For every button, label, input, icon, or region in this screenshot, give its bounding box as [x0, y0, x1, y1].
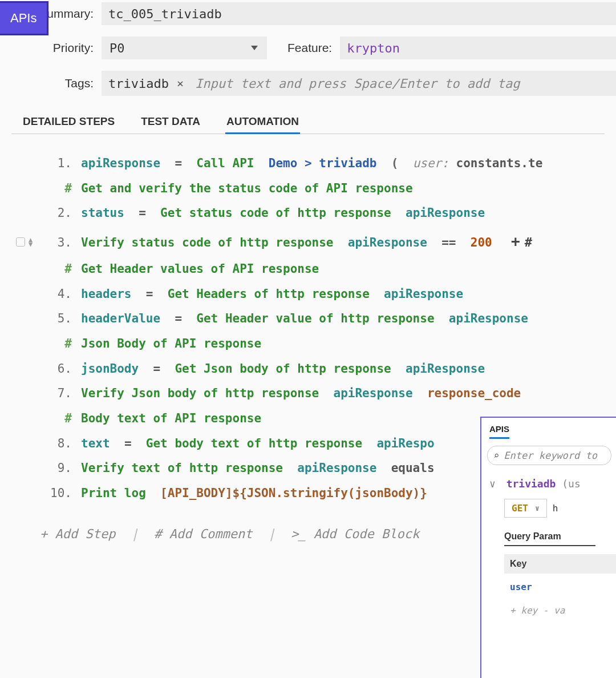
add-comment-button[interactable]: # Add Comment	[154, 527, 252, 541]
form-area: Summary: Priority: P0 Feature: Tags: tri…	[0, 0, 616, 96]
url-input-fragment[interactable]: h	[553, 503, 558, 514]
variable: status	[81, 201, 124, 226]
comment-text: Body text of API response	[81, 406, 261, 431]
add-step-button[interactable]: + Add Step	[40, 527, 115, 541]
call: Get Headers of http response	[168, 282, 370, 307]
ref: apiResponse	[406, 357, 485, 382]
line-number: 9.	[40, 456, 81, 481]
ref: apiResponse	[449, 306, 528, 332]
http-method-select[interactable]: GET ∨	[504, 499, 547, 518]
equals: =	[175, 306, 182, 332]
ref: apiResponse	[384, 282, 463, 307]
ref: apiRespo	[376, 431, 434, 457]
call: Call API	[196, 151, 254, 176]
comment-1[interactable]: # Get and verify the status code of API …	[6, 176, 610, 201]
api-tree-item-suffix: (us	[562, 478, 581, 490]
tab-detailed-steps[interactable]: DETAILED STEPS	[22, 112, 116, 134]
compare: equals	[391, 456, 435, 481]
chevron-down-icon: ∨	[535, 504, 540, 512]
comment-text: Json Body of API response	[81, 332, 261, 357]
number: 200	[471, 231, 492, 256]
arg-name: user:	[413, 151, 449, 176]
equals: =	[124, 431, 132, 457]
call: Print log	[81, 481, 146, 506]
tab-test-data[interactable]: TEST DATA	[140, 112, 201, 134]
feature-label: Feature:	[287, 41, 340, 55]
apis-panel-tab[interactable]: APIS	[489, 424, 509, 439]
feature-input[interactable]	[340, 37, 616, 59]
json-key: response_code	[427, 381, 521, 406]
call: Verify status code of http response	[81, 231, 334, 256]
add-query-param-button[interactable]: + key - va	[504, 603, 616, 618]
query-param-tab[interactable]: Query Param	[504, 531, 595, 546]
kv-header-key: Key	[504, 554, 616, 574]
call: Get body text of http response	[146, 431, 362, 457]
call: Get Json body of http response	[175, 357, 391, 382]
query-param-key[interactable]: user	[504, 579, 616, 595]
arg-value: constants.te	[456, 151, 543, 176]
hash-icon: #	[40, 406, 81, 431]
comment-text: Get Header values of API response	[81, 257, 319, 282]
apis-badge[interactable]: APIs	[0, 1, 48, 35]
hash-icon[interactable]: #	[525, 229, 532, 256]
priority-select[interactable]: P0	[102, 37, 267, 59]
tag-remove-icon[interactable]: ×	[177, 76, 184, 90]
chevron-down-icon	[251, 46, 258, 50]
tags-placeholder: Input text and press Space/Enter to add …	[195, 76, 609, 91]
line-number: 8.	[40, 431, 81, 457]
paren: (	[391, 151, 399, 176]
comment-2[interactable]: # Get Header values of API response	[6, 257, 610, 282]
summary-input[interactable]	[102, 2, 616, 25]
variable: headers	[81, 282, 132, 307]
search-icon: ⌕	[493, 450, 499, 461]
api-tree-item[interactable]: triviadb	[506, 478, 556, 490]
reorder-icon[interactable]: ▲▼	[29, 237, 33, 247]
tag-chip: triviadb	[108, 76, 169, 91]
step-6[interactable]: 6. jsonBody = Get Json body of http resp…	[6, 357, 610, 382]
step-1[interactable]: 1. apiResponse = Call API Demo > triviad…	[6, 151, 610, 176]
line-number: 2.	[40, 201, 81, 226]
equals: =	[146, 282, 153, 307]
equals: =	[139, 201, 146, 226]
tabs: DETAILED STEPS TEST DATA AUTOMATION	[11, 112, 605, 134]
step-checkbox[interactable]	[16, 237, 25, 247]
log-template: [API_BODY]${JSON.stringify(jsonBody)}	[160, 481, 427, 506]
hash-icon: #	[40, 257, 81, 282]
equals: =	[153, 357, 160, 382]
api-path: Demo > triviadb	[269, 151, 377, 176]
step-4[interactable]: 4. headers = Get Headers of http respons…	[6, 282, 610, 307]
tab-automation[interactable]: AUTOMATION	[225, 112, 300, 134]
apis-search-input[interactable]: ⌕ Enter keyword to	[487, 446, 611, 465]
equals: =	[175, 151, 182, 176]
apis-side-panel: APIS ⌕ Enter keyword to ∨ triviadb (us G…	[480, 417, 616, 678]
apis-search-placeholder: Enter keyword to	[504, 450, 597, 461]
step-5[interactable]: 5. headerValue = Get Header value of htt…	[6, 306, 610, 332]
plus-icon[interactable]: +	[511, 226, 520, 257]
priority-label: Priority:	[0, 41, 102, 55]
tags-input[interactable]: triviadb × Input text and press Space/En…	[102, 71, 616, 96]
step-7[interactable]: 7. Verify Json body of http response api…	[6, 381, 610, 406]
separator: |	[131, 527, 139, 541]
chevron-down-icon[interactable]: ∨	[489, 478, 496, 490]
separator: |	[268, 527, 275, 541]
variable: text	[81, 431, 110, 457]
variable: headerValue	[81, 306, 160, 332]
ref: apiResponse	[348, 231, 427, 256]
ref: apiResponse	[297, 456, 376, 481]
compare: ==	[441, 231, 456, 256]
line-number: 3.	[40, 231, 81, 256]
step-2[interactable]: 2. status = Get status code of http resp…	[6, 201, 610, 226]
comment-text: Get and verify the status code of API re…	[81, 176, 413, 201]
add-code-block-button[interactable]: >_ Add Code Block	[291, 527, 419, 541]
comment-3[interactable]: # Json Body of API response	[6, 332, 610, 357]
line-number: 7.	[40, 381, 81, 406]
call: Get status code of http response	[160, 201, 391, 226]
line-number: 4.	[40, 282, 81, 307]
ref: apiResponse	[406, 201, 485, 226]
hash-icon: #	[40, 176, 81, 201]
step-3[interactable]: ▲▼ 3. Verify status code of http respons…	[6, 226, 610, 257]
call: Get Header value of http response	[196, 306, 434, 332]
call: Verify Json body of http response	[81, 381, 319, 406]
http-method-value: GET	[512, 503, 528, 514]
line-number: 5.	[40, 306, 81, 332]
